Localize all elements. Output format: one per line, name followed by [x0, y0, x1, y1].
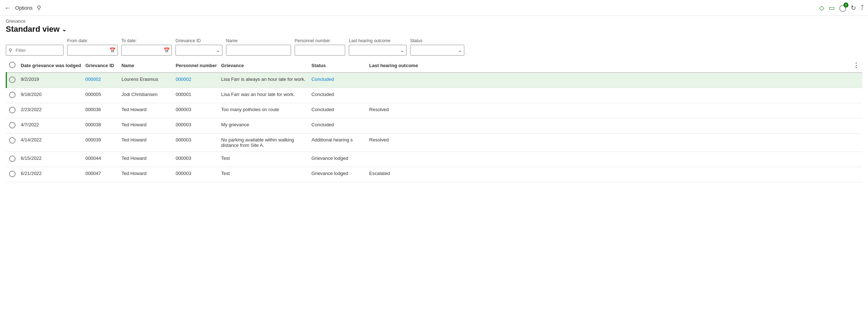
grievance-table: Date grievance was lodged Grievance ID N…: [6, 58, 862, 182]
col-header-status: Status: [310, 58, 368, 73]
row-grievance-id: 000036: [84, 103, 120, 118]
row-checkbox-cell: [6, 133, 19, 152]
col-header-outcome: Last hearing outcome: [368, 58, 433, 73]
row-outcome: Escalated: [368, 167, 433, 182]
row-grievance-id: 000005: [84, 88, 120, 103]
select-all-checkbox[interactable]: [9, 62, 16, 68]
top-search-button[interactable]: ⚲: [37, 4, 41, 11]
row-checkbox[interactable]: [9, 76, 16, 83]
outcome-filter-select[interactable]: Resolved Escalated: [349, 45, 407, 56]
row-date: 4/14/2022: [19, 133, 84, 152]
refresh-icon[interactable]: ↻: [851, 4, 856, 12]
personnel-filter-input[interactable]: [295, 45, 345, 56]
row-checkbox-cell: [6, 167, 19, 182]
table-row[interactable]: 2/23/2022000036Ted Howard000003Too many …: [6, 103, 863, 118]
row-grievance-text: Test: [220, 167, 310, 182]
personnel-link[interactable]: 000002: [175, 76, 191, 82]
to-date-label: To date:: [121, 38, 172, 43]
row-status: Additional hearing s: [310, 133, 368, 152]
row-name: Ted Howard: [120, 152, 174, 167]
diamond-icon[interactable]: ◇: [819, 4, 824, 12]
table-row[interactable]: 4/7/2022000038Ted Howard000003My grievan…: [6, 118, 863, 133]
chevron-down-icon: ⌄: [62, 26, 66, 33]
row-checkbox[interactable]: [9, 92, 16, 98]
row-date: 2/23/2022: [19, 103, 84, 118]
table-header-row: Date grievance was lodged Grievance ID N…: [6, 58, 863, 73]
table-row[interactable]: 6/15/2022000044Ted Howard000003TestGriev…: [6, 152, 863, 167]
row-checkbox[interactable]: [9, 122, 16, 128]
row-checkbox[interactable]: [9, 107, 16, 113]
outcome-filter-label: Last hearing outcome: [349, 38, 407, 43]
select-all-header[interactable]: [6, 58, 19, 73]
notification-wrapper: ◯ 0: [839, 4, 846, 12]
row-status: Grievance lodged: [310, 167, 368, 182]
filter-search-wrapper: ⚲: [6, 45, 64, 56]
row-personnel: 000001: [174, 88, 220, 103]
top-bar-right: ◇ ▭ ◯ 0 ↻ ⤴: [819, 4, 864, 12]
row-checkbox-cell: [6, 118, 19, 133]
row-checkbox[interactable]: [9, 137, 16, 144]
table-row[interactable]: 4/14/2022000039Ted Howard000003No parkin…: [6, 133, 863, 152]
personnel-filter-group: Personnel number: [295, 38, 345, 56]
row-name: Ted Howard: [120, 133, 174, 152]
row-checkbox[interactable]: [9, 171, 16, 177]
row-name: Ted Howard: [120, 103, 174, 118]
col-header-personnel: Personnel number: [174, 58, 220, 73]
row-status: Concluded: [310, 103, 368, 118]
name-filter-input[interactable]: [226, 45, 291, 56]
outcome-filter-group: Last hearing outcome Resolved Escalated …: [349, 38, 407, 56]
row-outcome: Resolved: [368, 103, 433, 118]
view-title-button[interactable]: Standard view ⌄: [6, 25, 862, 34]
status-filter-label: Status: [410, 38, 464, 43]
row-checkbox-cell: [6, 73, 19, 88]
filter-bar: ⚲ From date: 📅 To date: 📅 Grievance ID ⌄…: [0, 34, 868, 58]
table-row[interactable]: 9/2/2019000002Lourens Erasmus000002Lisa …: [6, 73, 863, 88]
grievance-id-input[interactable]: [175, 45, 222, 56]
row-grievance-text: Lisa Farr was an hour late for work.: [220, 88, 310, 103]
row-grievance-text: Too many potholes on route: [220, 103, 310, 118]
layers-icon[interactable]: ▭: [829, 4, 835, 12]
to-date-input[interactable]: [121, 45, 172, 56]
table-row[interactable]: 6/21/2022000047Ted Howard000003TestGriev…: [6, 167, 863, 182]
row-grievance-id: 000039: [84, 133, 120, 152]
row-status: Concluded: [310, 73, 368, 88]
name-filter-group: Name: [226, 38, 291, 56]
breadcrumb: Grievance: [6, 19, 862, 24]
row-name: Ted Howard: [120, 118, 174, 133]
personnel-filter-label: Personnel number: [295, 38, 345, 43]
grievance-id-label: Grievance ID: [175, 38, 222, 43]
row-checkbox[interactable]: [9, 156, 16, 162]
row-grievance-id[interactable]: 000002: [84, 73, 120, 88]
from-date-wrapper: 📅: [67, 45, 118, 56]
open-new-icon[interactable]: ⤴: [860, 4, 864, 12]
row-grievance-text: Test: [220, 152, 310, 167]
row-grievance-text: My grievance: [220, 118, 310, 133]
row-personnel[interactable]: 000002: [174, 73, 220, 88]
filter-search-input[interactable]: [6, 45, 64, 56]
row-name: Lourens Erasmus: [120, 73, 174, 88]
row-date: 9/18/2020: [19, 88, 84, 103]
from-date-input[interactable]: [67, 45, 118, 56]
table-row[interactable]: 9/18/2020000005Jodi Christiansen000001Li…: [6, 88, 863, 103]
row-personnel: 000003: [174, 118, 220, 133]
row-grievance-id: 000038: [84, 118, 120, 133]
status-filter-select[interactable]: Concluded Grievance lodged Additional he…: [410, 45, 464, 56]
table-more-icon[interactable]: ⋮: [853, 62, 859, 69]
row-date: 9/2/2019: [19, 73, 84, 88]
row-actions: [433, 118, 862, 133]
col-header-actions: ⋮: [433, 58, 862, 73]
row-grievance-id: 000044: [84, 152, 120, 167]
name-filter-label: Name: [226, 38, 291, 43]
row-date: 6/21/2022: [19, 167, 84, 182]
page-header: Grievance Standard view ⌄: [0, 16, 868, 34]
row-personnel: 000003: [174, 103, 220, 118]
grievance-id-link[interactable]: 000002: [85, 76, 101, 82]
grievance-id-wrapper: ⌄: [175, 45, 222, 56]
row-outcome: [368, 73, 433, 88]
status-filter-group: Status Concluded Grievance lodged Additi…: [410, 38, 464, 56]
table-container: Date grievance was lodged Grievance ID N…: [0, 58, 868, 182]
status-select-wrapper: Concluded Grievance lodged Additional he…: [410, 45, 464, 56]
row-personnel: 000003: [174, 152, 220, 167]
back-button[interactable]: ←: [4, 5, 11, 11]
row-actions: [433, 103, 862, 118]
